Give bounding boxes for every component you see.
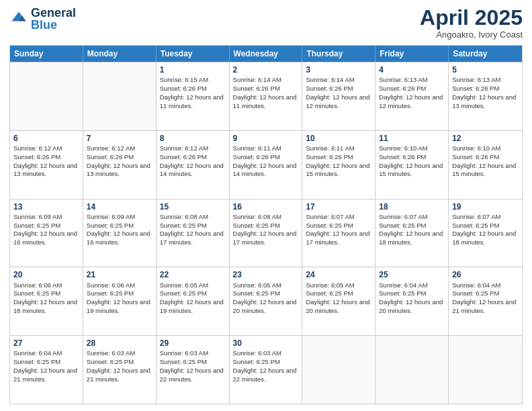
day-header-saturday: Saturday xyxy=(449,46,522,62)
table-row: 28Sunrise: 6:03 AMSunset: 6:25 PMDayligh… xyxy=(83,336,157,404)
day-header-wednesday: Wednesday xyxy=(230,46,303,62)
day-info: Sunrise: 6:09 AMSunset: 6:25 PMDaylight:… xyxy=(87,213,152,247)
calendar-body: 1Sunrise: 6:15 AMSunset: 6:26 PMDaylight… xyxy=(10,62,522,404)
table-row: 22Sunrise: 6:05 AMSunset: 6:25 PMDayligh… xyxy=(157,267,230,335)
day-info: Sunrise: 6:03 AMSunset: 6:25 PMDaylight:… xyxy=(233,349,299,383)
week-row-3: 13Sunrise: 6:09 AMSunset: 6:25 PMDayligh… xyxy=(10,199,522,267)
table-row: 29Sunrise: 6:03 AMSunset: 6:25 PMDayligh… xyxy=(157,336,230,404)
header: General Blue April 2025 Angoakro, Ivory … xyxy=(9,7,523,40)
table-row: 13Sunrise: 6:09 AMSunset: 6:25 PMDayligh… xyxy=(10,199,83,267)
day-info: Sunrise: 6:09 AMSunset: 6:25 PMDaylight:… xyxy=(13,213,79,247)
day-number: 12 xyxy=(452,133,519,144)
table-row: 5Sunrise: 6:13 AMSunset: 6:26 PMDaylight… xyxy=(449,62,522,130)
table-row xyxy=(302,336,375,404)
day-info: Sunrise: 6:06 AMSunset: 6:25 PMDaylight:… xyxy=(13,281,79,316)
table-row: 19Sunrise: 6:07 AMSunset: 6:25 PMDayligh… xyxy=(449,199,522,267)
day-header-monday: Monday xyxy=(83,46,157,62)
day-number: 6 xyxy=(13,133,79,144)
table-row xyxy=(375,336,449,404)
day-number: 27 xyxy=(13,338,79,349)
logo-icon xyxy=(9,9,28,28)
day-info: Sunrise: 6:12 AMSunset: 6:26 PMDaylight:… xyxy=(13,144,79,179)
table-row xyxy=(10,62,83,130)
day-info: Sunrise: 6:07 AMSunset: 6:25 PMDaylight:… xyxy=(306,213,371,247)
table-row: 11Sunrise: 6:10 AMSunset: 6:26 PMDayligh… xyxy=(375,131,449,199)
day-number: 30 xyxy=(233,338,299,349)
table-row: 3Sunrise: 6:14 AMSunset: 6:26 PMDaylight… xyxy=(302,62,375,130)
day-number: 29 xyxy=(160,338,226,349)
day-info: Sunrise: 6:04 AMSunset: 6:25 PMDaylight:… xyxy=(13,349,79,383)
table-row: 12Sunrise: 6:10 AMSunset: 6:26 PMDayligh… xyxy=(449,131,522,199)
day-header-friday: Friday xyxy=(375,46,449,62)
day-number: 22 xyxy=(160,269,226,280)
table-row xyxy=(449,336,522,404)
week-row-4: 20Sunrise: 6:06 AMSunset: 6:25 PMDayligh… xyxy=(10,267,522,335)
day-info: Sunrise: 6:06 AMSunset: 6:25 PMDaylight:… xyxy=(87,281,152,316)
table-row: 8Sunrise: 6:12 AMSunset: 6:26 PMDaylight… xyxy=(157,131,230,199)
week-row-1: 1Sunrise: 6:15 AMSunset: 6:26 PMDaylight… xyxy=(10,62,522,130)
day-info: Sunrise: 6:05 AMSunset: 6:25 PMDaylight:… xyxy=(306,281,371,316)
table-row: 23Sunrise: 6:05 AMSunset: 6:25 PMDayligh… xyxy=(230,267,303,335)
month-title: April 2025 xyxy=(420,7,523,28)
day-number: 7 xyxy=(87,133,152,144)
logo-blue: Blue xyxy=(31,18,57,32)
table-row: 27Sunrise: 6:04 AMSunset: 6:25 PMDayligh… xyxy=(10,336,83,404)
table-row: 16Sunrise: 6:08 AMSunset: 6:25 PMDayligh… xyxy=(230,199,303,267)
day-number: 17 xyxy=(306,201,371,212)
day-number: 28 xyxy=(87,338,152,349)
table-row: 25Sunrise: 6:04 AMSunset: 6:25 PMDayligh… xyxy=(375,267,449,335)
day-info: Sunrise: 6:07 AMSunset: 6:25 PMDaylight:… xyxy=(379,213,445,247)
day-header-tuesday: Tuesday xyxy=(157,46,230,62)
day-number: 20 xyxy=(13,269,79,280)
day-number: 19 xyxy=(452,201,519,212)
day-header-sunday: Sunday xyxy=(10,46,83,62)
day-header-thursday: Thursday xyxy=(302,46,375,62)
day-info: Sunrise: 6:11 AMSunset: 6:26 PMDaylight:… xyxy=(306,144,371,179)
day-info: Sunrise: 6:05 AMSunset: 6:25 PMDaylight:… xyxy=(160,281,226,316)
table-row: 4Sunrise: 6:13 AMSunset: 6:26 PMDaylight… xyxy=(375,62,449,130)
day-number: 25 xyxy=(379,269,445,280)
calendar-header: SundayMondayTuesdayWednesdayThursdayFrid… xyxy=(10,46,522,62)
day-info: Sunrise: 6:14 AMSunset: 6:26 PMDaylight:… xyxy=(233,76,299,110)
calendar: SundayMondayTuesdayWednesdayThursdayFrid… xyxy=(9,45,523,404)
day-number: 24 xyxy=(306,269,371,280)
day-number: 21 xyxy=(87,269,152,280)
table-row: 15Sunrise: 6:08 AMSunset: 6:25 PMDayligh… xyxy=(157,199,230,267)
table-row: 7Sunrise: 6:12 AMSunset: 6:26 PMDaylight… xyxy=(83,131,157,199)
table-row: 18Sunrise: 6:07 AMSunset: 6:25 PMDayligh… xyxy=(375,199,449,267)
day-info: Sunrise: 6:03 AMSunset: 6:25 PMDaylight:… xyxy=(160,349,226,383)
week-row-2: 6Sunrise: 6:12 AMSunset: 6:26 PMDaylight… xyxy=(10,130,522,199)
table-row: 26Sunrise: 6:04 AMSunset: 6:25 PMDayligh… xyxy=(449,267,522,335)
day-info: Sunrise: 6:03 AMSunset: 6:25 PMDaylight:… xyxy=(87,349,152,383)
table-row: 10Sunrise: 6:11 AMSunset: 6:26 PMDayligh… xyxy=(302,131,375,199)
day-info: Sunrise: 6:11 AMSunset: 6:26 PMDaylight:… xyxy=(233,144,299,179)
table-row: 20Sunrise: 6:06 AMSunset: 6:25 PMDayligh… xyxy=(10,267,83,335)
day-info: Sunrise: 6:08 AMSunset: 6:25 PMDaylight:… xyxy=(233,213,299,247)
day-info: Sunrise: 6:10 AMSunset: 6:26 PMDaylight:… xyxy=(452,144,519,179)
day-info: Sunrise: 6:05 AMSunset: 6:25 PMDaylight:… xyxy=(233,281,299,316)
table-row: 14Sunrise: 6:09 AMSunset: 6:25 PMDayligh… xyxy=(83,199,157,267)
day-info: Sunrise: 6:15 AMSunset: 6:26 PMDaylight:… xyxy=(160,76,226,110)
week-row-5: 27Sunrise: 6:04 AMSunset: 6:25 PMDayligh… xyxy=(10,335,522,404)
table-row: 30Sunrise: 6:03 AMSunset: 6:25 PMDayligh… xyxy=(230,336,303,404)
day-info: Sunrise: 6:12 AMSunset: 6:26 PMDaylight:… xyxy=(87,144,152,179)
day-info: Sunrise: 6:13 AMSunset: 6:26 PMDaylight:… xyxy=(452,76,519,110)
day-number: 5 xyxy=(452,64,519,75)
day-number: 10 xyxy=(306,133,371,144)
day-number: 1 xyxy=(160,64,226,75)
day-number: 26 xyxy=(452,269,519,280)
day-info: Sunrise: 6:04 AMSunset: 6:25 PMDaylight:… xyxy=(452,281,519,316)
table-row: 6Sunrise: 6:12 AMSunset: 6:26 PMDaylight… xyxy=(10,131,83,199)
logo: General Blue xyxy=(9,7,76,31)
header-right: April 2025 Angoakro, Ivory Coast xyxy=(420,7,523,40)
logo-general: General xyxy=(31,6,76,19)
day-number: 11 xyxy=(379,133,445,144)
day-number: 3 xyxy=(306,64,371,75)
day-number: 8 xyxy=(160,133,226,144)
day-info: Sunrise: 6:10 AMSunset: 6:26 PMDaylight:… xyxy=(379,144,445,179)
day-number: 4 xyxy=(379,64,445,75)
table-row xyxy=(83,62,157,130)
day-info: Sunrise: 6:14 AMSunset: 6:26 PMDaylight:… xyxy=(306,76,371,110)
table-row: 17Sunrise: 6:07 AMSunset: 6:25 PMDayligh… xyxy=(302,199,375,267)
table-row: 1Sunrise: 6:15 AMSunset: 6:26 PMDaylight… xyxy=(157,62,230,130)
